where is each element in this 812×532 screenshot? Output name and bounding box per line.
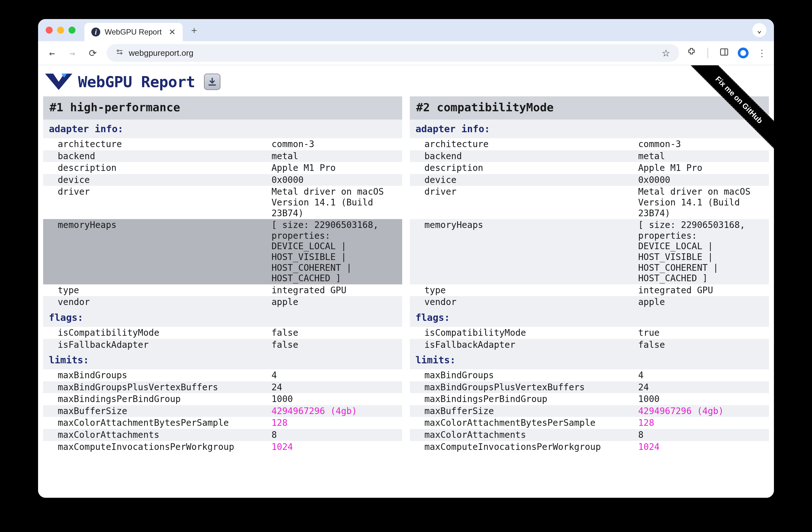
kv-value: Metal driver on macOS Version 14.1 (Buil… (272, 187, 402, 219)
kv-key: type (43, 285, 272, 296)
kv-key: memoryHeaps (43, 220, 272, 284)
omnibox[interactable]: webgpureport.org ☆ (106, 44, 679, 62)
kv-row[interactable]: isFallbackAdapterfalse (410, 339, 769, 351)
kv-value: 0x0000 (638, 175, 769, 186)
tab-strip: i WebGPU Report ✕ ＋ ⌄ (38, 19, 774, 41)
forward-button[interactable]: → (66, 47, 79, 59)
kv-row[interactable]: maxBufferSize4294967296 (4gb) (43, 405, 402, 417)
kv-row[interactable]: maxComputeInvocationsPerWorkgroup1024 (43, 441, 402, 453)
browser-tab[interactable]: i WebGPU Report ✕ (84, 23, 183, 41)
kv-value: common-3 (272, 139, 402, 150)
site-info-icon[interactable] (115, 48, 124, 58)
kv-row[interactable]: descriptionApple M1 Pro (410, 162, 769, 174)
kv-row[interactable]: typeintegrated GPU (43, 284, 402, 296)
kv-value: 24 (638, 382, 769, 393)
window-traffic-lights (46, 27, 75, 34)
kv-row[interactable]: backendmetal (410, 150, 769, 162)
profile-avatar[interactable] (738, 47, 749, 58)
kv-key: maxColorAttachments (43, 430, 272, 440)
kv-value: integrated GPU (638, 285, 769, 296)
kv-value: metal (638, 151, 769, 162)
kv-key: maxBufferSize (43, 406, 272, 417)
favicon-icon: i (91, 28, 100, 36)
download-button[interactable] (204, 74, 220, 90)
back-button[interactable]: ← (46, 47, 58, 59)
kv-value: integrated GPU (272, 285, 402, 296)
maximize-window-button[interactable] (69, 27, 75, 34)
kv-value: 8 (272, 430, 402, 440)
kv-key: description (43, 163, 272, 174)
kv-row[interactable]: memoryHeaps[ size: 22906503168, properti… (410, 219, 769, 284)
kv-row[interactable]: typeintegrated GPU (410, 284, 769, 296)
bookmark-star-icon[interactable]: ☆ (662, 47, 670, 59)
kv-row[interactable]: driverMetal driver on macOS Version 14.1… (43, 186, 402, 219)
kv-row[interactable]: driverMetal driver on macOS Version 14.1… (410, 186, 769, 219)
kv-row[interactable]: memoryHeaps[ size: 22906503168, properti… (43, 219, 402, 284)
kv-value: false (272, 327, 402, 338)
kv-value: false (638, 340, 769, 350)
kv-row[interactable]: isFallbackAdapterfalse (43, 339, 402, 351)
kebab-menu-icon[interactable]: ⋮ (757, 48, 766, 58)
kv-row[interactable]: backendmetal (43, 150, 402, 162)
kv-row[interactable]: device0x0000 (43, 174, 402, 186)
kv-key: maxBindGroupsPlusVertexBuffers (410, 382, 638, 393)
tab-close-button[interactable]: ✕ (169, 27, 176, 37)
kv-key: maxColorAttachmentBytesPerSample (410, 417, 638, 428)
kv-row[interactable]: architecturecommon-3 (43, 138, 402, 150)
kv-row[interactable]: maxColorAttachments8 (410, 429, 769, 441)
kv-key: maxBufferSize (410, 406, 638, 417)
tab-overflow-button[interactable]: ⌄ (752, 23, 766, 37)
kv-row[interactable]: isCompatibilityModefalse (43, 327, 402, 339)
webgpu-logo-icon (45, 74, 72, 90)
side-panel-icon[interactable] (720, 47, 729, 59)
minimize-window-button[interactable] (57, 27, 64, 34)
kv-key: maxComputeInvocationsPerWorkgroup (43, 442, 272, 453)
kv-row[interactable]: maxColorAttachments8 (43, 429, 402, 441)
kv-key: maxBindGroupsPlusVertexBuffers (43, 382, 272, 393)
new-tab-button[interactable]: ＋ (187, 23, 201, 37)
kv-row[interactable]: device0x0000 (410, 174, 769, 186)
kv-row[interactable]: maxBufferSize4294967296 (4gb) (410, 405, 769, 417)
kv-row[interactable]: maxBindingsPerBindGroup1000 (410, 393, 769, 405)
kv-value: 4 (272, 370, 402, 381)
svg-rect-4 (721, 49, 728, 55)
kv-row[interactable]: architecturecommon-3 (410, 138, 769, 150)
kv-value: Apple M1 Pro (272, 163, 402, 174)
kv-key: driver (410, 187, 638, 219)
kv-key: memoryHeaps (410, 220, 638, 284)
address-bar-row: ← → ⟳ webgpureport.org ☆ │ ⋮ (38, 41, 774, 65)
kv-key: vendor (410, 297, 638, 308)
kv-value: apple (272, 297, 402, 308)
page-header: WebGPU Report (43, 73, 769, 97)
adapter-columns: #1 high-performanceadapter info:architec… (43, 97, 769, 453)
extensions-icon[interactable] (687, 47, 696, 59)
kv-row[interactable]: descriptionApple M1 Pro (43, 162, 402, 174)
kv-row[interactable]: vendorapple (410, 296, 769, 308)
kv-row[interactable]: maxBindGroupsPlusVertexBuffers24 (410, 381, 769, 394)
kv-row[interactable]: maxBindingsPerBindGroup1000 (43, 393, 402, 405)
kv-key: maxComputeInvocationsPerWorkgroup (410, 442, 638, 453)
svg-marker-6 (45, 74, 72, 90)
kv-key: architecture (410, 139, 638, 150)
kv-row[interactable]: vendorapple (43, 296, 402, 308)
kv-row[interactable]: maxColorAttachmentBytesPerSample128 (410, 417, 769, 429)
kv-row[interactable]: maxComputeInvocationsPerWorkgroup1024 (410, 441, 769, 453)
kv-value: 128 (638, 417, 769, 428)
kv-key: device (410, 175, 638, 186)
kv-row[interactable]: maxBindGroups4 (410, 369, 769, 381)
kv-value: 1000 (272, 394, 402, 404)
kv-row[interactable]: maxBindGroups4 (43, 369, 402, 381)
tab-title: WebGPU Report (105, 28, 162, 36)
section-title: limits: (410, 351, 769, 369)
kv-key: maxBindGroups (43, 370, 272, 381)
close-window-button[interactable] (46, 27, 53, 34)
kv-row[interactable]: maxBindGroupsPlusVertexBuffers24 (43, 381, 402, 394)
kv-value: 4294967296 (4gb) (638, 406, 769, 417)
kv-row[interactable]: isCompatibilityModetrue (410, 327, 769, 339)
kv-key: isCompatibilityMode (410, 327, 638, 338)
reload-button[interactable]: ⟳ (86, 47, 99, 59)
kv-row[interactable]: maxColorAttachmentBytesPerSample128 (43, 417, 402, 429)
kv-value: Apple M1 Pro (638, 163, 769, 174)
kv-value: 1024 (638, 442, 769, 453)
adapter-column: #2 compatibilityModeadapter info:archite… (410, 97, 769, 453)
